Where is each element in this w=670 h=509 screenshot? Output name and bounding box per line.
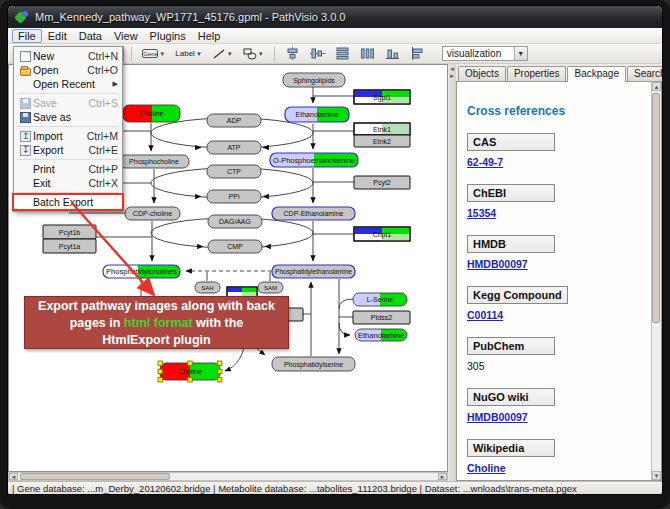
menu-item-save-as[interactable]: Save as bbox=[14, 110, 122, 124]
chevron-down-icon[interactable]: ▼ bbox=[258, 51, 264, 57]
pathway-node-ethanolamine-2[interactable]: Ethanolamine bbox=[355, 329, 407, 341]
save-as-icon bbox=[20, 112, 31, 123]
chevron-down-icon[interactable]: ▼ bbox=[227, 51, 233, 57]
selection-handle[interactable] bbox=[188, 378, 193, 383]
menu-item-import[interactable]: ImportCtrl+M bbox=[14, 129, 122, 143]
selection-handle[interactable] bbox=[218, 361, 223, 366]
scrollbar-thumb[interactable] bbox=[652, 93, 660, 323]
menu-edit[interactable]: Edit bbox=[42, 29, 73, 43]
menu-file[interactable]: File bbox=[12, 29, 42, 43]
align-bottom-button[interactable] bbox=[382, 46, 403, 62]
scroll-down-icon[interactable]: ▼ bbox=[652, 471, 661, 480]
pathway-node-l-serine[interactable]: L-Serine bbox=[353, 293, 407, 306]
pathway-node-etnk2[interactable]: Etnk2 bbox=[354, 135, 410, 147]
menu-help[interactable]: Help bbox=[192, 29, 227, 43]
collapse-right-icon[interactable]: ► bbox=[449, 73, 455, 79]
pathway-node-ctp[interactable]: CTP bbox=[207, 165, 261, 178]
pathway-node-cmp[interactable]: CMP bbox=[208, 240, 262, 253]
menu-item-new[interactable]: NewCtrl+N bbox=[14, 49, 122, 63]
chevron-down-icon[interactable]: ▼ bbox=[514, 47, 527, 60]
selection-handle[interactable] bbox=[158, 369, 163, 374]
new-file-icon bbox=[20, 51, 31, 62]
pathway-node-dag-aag[interactable]: DAG/AAG bbox=[208, 215, 262, 228]
nugo-link[interactable]: HMDB00097 bbox=[467, 411, 528, 423]
open-folder-icon bbox=[20, 68, 31, 76]
visualization-combobox[interactable]: visualization ▼ bbox=[442, 46, 528, 61]
pathway-node-label: Phosphatidylcholines bbox=[106, 268, 178, 276]
split-pane-divider[interactable]: ◄ ► bbox=[448, 64, 456, 481]
pathway-node-etnk1[interactable]: Etnk1 bbox=[354, 123, 410, 135]
align-center-y-button[interactable] bbox=[307, 46, 328, 62]
chebi-link[interactable]: 15354 bbox=[467, 207, 496, 219]
distribute-horizontal-button[interactable] bbox=[357, 46, 378, 62]
chevron-down-icon[interactable]: ▼ bbox=[196, 51, 202, 57]
menu-item-open[interactable]: OpenCtrl+O bbox=[14, 63, 122, 77]
menu-item-batch-export[interactable]: Batch Export bbox=[14, 195, 122, 209]
wikipedia-link[interactable]: Choline bbox=[467, 462, 506, 474]
collapse-left-icon[interactable]: ◄ bbox=[449, 66, 455, 72]
screenshot-frame: Mm_Kennedy_pathway_WP1771_45176.gpml - P… bbox=[0, 0, 670, 509]
pathway-node-phosphocholine[interactable]: Phosphocholine bbox=[119, 155, 189, 168]
chevron-down-icon[interactable]: ▼ bbox=[159, 51, 165, 57]
tab-search[interactable]: Search bbox=[627, 66, 662, 81]
new-label-button[interactable]: Label ▼ bbox=[172, 46, 205, 62]
scroll-up-icon[interactable]: ▲ bbox=[652, 82, 661, 91]
pathway-node-choline-selected[interactable]: Choline bbox=[158, 361, 222, 382]
menu-item-open-recent[interactable]: Open Recent▶ bbox=[14, 77, 122, 91]
menu-view[interactable]: View bbox=[108, 29, 144, 43]
menu-item-save[interactable]: SaveCtrl+S bbox=[14, 96, 122, 110]
new-shape-button[interactable]: ▼ bbox=[240, 46, 267, 62]
pathway-node-label: Pcyt2 bbox=[373, 179, 391, 187]
menu-data[interactable]: Data bbox=[73, 29, 108, 43]
new-line-button[interactable]: ▼ bbox=[209, 46, 236, 62]
menu-plugins[interactable]: Plugins bbox=[144, 29, 192, 43]
vertical-scrollbar[interactable]: ▲ ▼ bbox=[651, 82, 661, 480]
scroll-left-icon[interactable]: ◄ bbox=[9, 473, 18, 480]
pathway-node-ppi[interactable]: PPi bbox=[207, 190, 261, 203]
pathway-node-phosphatidylserine[interactable]: Phosphatidylserine bbox=[272, 357, 355, 371]
align-left-button[interactable] bbox=[407, 46, 428, 62]
pathway-node-sah[interactable]: SAH bbox=[195, 282, 220, 293]
cas-link[interactable]: 62-49-7 bbox=[467, 156, 503, 168]
pathway-node-cdp-ethanolamine[interactable]: CDP-Ethanolamine bbox=[272, 207, 355, 220]
pathway-node-pcyt1a[interactable]: Pcyt1a bbox=[43, 239, 96, 253]
selection-handle[interactable] bbox=[218, 369, 223, 374]
tab-backpage[interactable]: Backpage bbox=[567, 66, 625, 82]
window-title: Mm_Kennedy_pathway_WP1771_45176.gpml - P… bbox=[35, 11, 345, 23]
pathway-node-label: L-Serine bbox=[367, 296, 394, 303]
menu-item-exit[interactable]: ExitCtrl+X bbox=[14, 176, 122, 190]
pathway-node-pcyt1b[interactable]: Pcyt1b bbox=[43, 225, 96, 239]
scroll-right-icon[interactable]: ► bbox=[438, 473, 447, 480]
pathway-node-sphingolipids[interactable]: Sphingolipids bbox=[283, 73, 345, 87]
pathway-node-sgpl1[interactable]: Sgpl1 bbox=[354, 90, 410, 104]
selection-handle[interactable] bbox=[158, 361, 163, 366]
selection-handle[interactable] bbox=[218, 378, 223, 383]
pathway-node-choline[interactable]: Choline bbox=[123, 105, 180, 122]
title-bar[interactable]: Mm_Kennedy_pathway_WP1771_45176.gpml - P… bbox=[8, 6, 662, 28]
kegg-link[interactable]: C00114 bbox=[467, 309, 503, 321]
pathway-node-chpt1[interactable]: Chpt1 bbox=[354, 227, 410, 241]
distribute-vertical-button[interactable] bbox=[332, 46, 353, 62]
selection-handle[interactable] bbox=[158, 378, 163, 383]
pathway-node-atp[interactable]: ATP bbox=[207, 141, 261, 154]
tab-properties[interactable]: Properties bbox=[507, 66, 567, 81]
menu-item-export[interactable]: ExportCtrl+E bbox=[14, 143, 122, 157]
hmdb-link[interactable]: HMDB00097 bbox=[467, 258, 528, 270]
pathway-node-o-phosphoethanolamine[interactable]: O-Phosphoethanolamine bbox=[270, 153, 358, 167]
tab-objects[interactable]: Objects bbox=[458, 66, 506, 81]
pathway-node-ethanolamine[interactable]: Ethanolamine bbox=[285, 107, 349, 122]
selection-handle[interactable] bbox=[188, 361, 193, 366]
pathway-node-phosphatidylcholines[interactable]: Phosphatidylcholines bbox=[103, 265, 180, 278]
pathway-node-ptdss2[interactable]: Ptdss2 bbox=[353, 311, 410, 324]
pathway-node-pcyt2[interactable]: Pcyt2 bbox=[354, 176, 410, 189]
pathway-node-sam[interactable]: SAM bbox=[258, 282, 283, 293]
menu-item-print[interactable]: PrintCtrl+P bbox=[14, 162, 122, 176]
horizontal-scrollbar[interactable]: ◄ ► bbox=[8, 472, 448, 481]
scrollbar-thumb[interactable] bbox=[20, 473, 170, 480]
pathway-node-phosphatidylethanolamine[interactable]: Phosphatidylethanolamine bbox=[272, 265, 355, 278]
new-gene-button[interactable]: Gene ▼ bbox=[139, 46, 168, 62]
align-center-x-button[interactable] bbox=[282, 46, 303, 62]
pathway-node-cdp-choline[interactable]: CDP-choline bbox=[125, 207, 180, 220]
pathway-node-adp[interactable]: ADP bbox=[207, 114, 261, 127]
pathway-edge bbox=[339, 299, 353, 309]
